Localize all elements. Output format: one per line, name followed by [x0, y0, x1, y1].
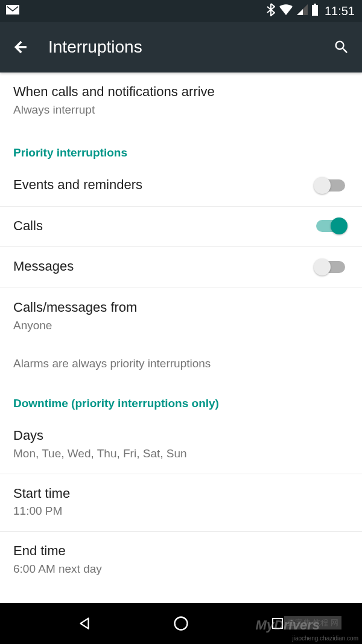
app-bar: Interruptions: [0, 22, 362, 72]
setting-subtitle: Anyone: [13, 318, 349, 333]
setting-start-time[interactable]: Start time 11:00 PM: [0, 474, 362, 532]
signal-icon: [297, 4, 308, 18]
gmail-icon: [6, 5, 19, 17]
setting-title: Messages: [13, 258, 316, 275]
status-right: 11:51: [267, 3, 355, 19]
status-time: 11:51: [325, 4, 355, 18]
svg-point-3: [175, 617, 188, 630]
svg-rect-2: [312, 5, 318, 16]
settings-content: When calls and notifications arrive Alwa…: [0, 72, 362, 603]
setting-messages[interactable]: Messages: [0, 247, 362, 288]
section-downtime: Downtime (priority interruptions only): [0, 380, 362, 416]
setting-when-arrive[interactable]: When calls and notifications arrive Alwa…: [0, 72, 362, 129]
nav-home-button[interactable]: [169, 611, 193, 636]
status-left: [6, 5, 19, 17]
setting-subtitle: 11:00 PM: [13, 504, 349, 519]
setting-subtitle: 6:00 AM next day: [13, 562, 349, 577]
wifi-icon: [279, 4, 293, 18]
svg-rect-0: [6, 5, 19, 14]
back-button[interactable]: [12, 39, 29, 56]
status-bar: 11:51: [0, 0, 362, 22]
setting-title: When calls and notifications arrive: [13, 83, 349, 101]
battery-icon: [311, 4, 319, 18]
toggle-calls[interactable]: [316, 220, 345, 232]
setting-calls-from[interactable]: Calls/messages from Anyone: [0, 288, 362, 345]
setting-days[interactable]: Days Mon, Tue, Wed, Thu, Fri, Sat, Sun: [0, 416, 362, 474]
page-title: Interruptions: [48, 37, 333, 57]
svg-rect-1: [314, 4, 316, 5]
setting-title: End time: [13, 543, 349, 560]
search-button[interactable]: [333, 39, 350, 56]
setting-title: Events and reminders: [13, 176, 316, 194]
setting-title: Start time: [13, 485, 349, 503]
navigation-bar: [0, 603, 362, 644]
svg-rect-4: [273, 619, 282, 628]
setting-events-reminders[interactable]: Events and reminders: [0, 166, 362, 207]
setting-subtitle: Mon, Tue, Wed, Thu, Fri, Sat, Sun: [13, 446, 349, 462]
setting-end-time[interactable]: End time 6:00 AM next day: [0, 532, 362, 588]
setting-title: Calls/messages from: [13, 299, 349, 317]
setting-subtitle: Always interrupt: [13, 103, 349, 118]
section-priority-interruptions: Priority interruptions: [0, 129, 362, 166]
setting-title: Days: [13, 427, 349, 445]
setting-calls[interactable]: Calls: [0, 207, 362, 248]
nav-recent-button[interactable]: [265, 611, 290, 636]
nav-back-button[interactable]: [72, 611, 97, 636]
bluetooth-icon: [267, 3, 275, 19]
toggle-messages[interactable]: [316, 261, 345, 273]
alarms-info: Alarms are always priority interruptions: [0, 345, 362, 380]
setting-title: Calls: [13, 217, 316, 235]
toggle-events-reminders[interactable]: [316, 179, 345, 192]
